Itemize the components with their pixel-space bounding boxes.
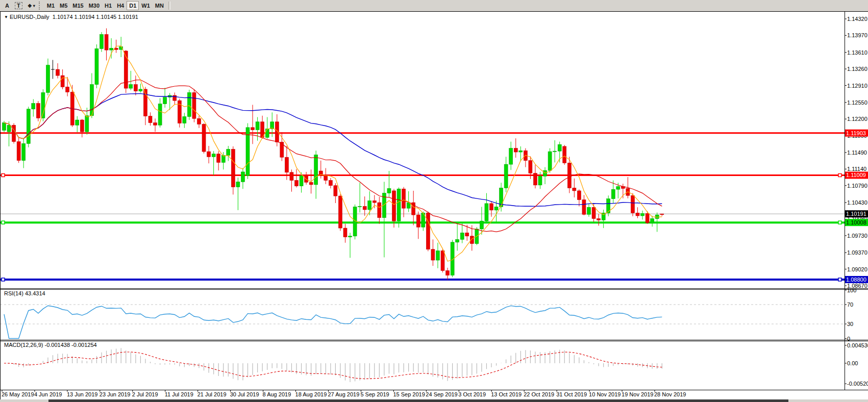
candle: [110, 48, 113, 50]
toolbar-grip[interactable]: [39, 2, 42, 10]
current-price-badge-text: 1.10191: [846, 211, 866, 217]
date-axis-label: 30 Jul 2019: [230, 391, 259, 397]
candle: [85, 116, 89, 132]
timeframe-button-m15[interactable]: M15: [70, 1, 86, 10]
candle: [611, 189, 615, 199]
chart-menu-icon[interactable]: ▼: [4, 15, 8, 19]
candle: [465, 233, 469, 236]
timeframe-button-h1[interactable]: H1: [102, 1, 114, 10]
candle: [485, 204, 488, 221]
price-axis-label: 1.09730: [847, 233, 867, 239]
timeframe-button-m1[interactable]: M1: [44, 1, 57, 10]
candle: [227, 149, 230, 155]
text-tool-button[interactable]: T: [12, 1, 25, 10]
timeframe-button-w1[interactable]: W1: [139, 1, 153, 10]
price-axis-label: 1.13610: [847, 49, 867, 56]
text-tool-icon: T: [15, 2, 22, 9]
candle: [646, 213, 649, 223]
candle: [519, 150, 523, 152]
timeframe-button-m30[interactable]: M30: [86, 1, 102, 10]
date-axis-label: 18 Aug 2019: [295, 391, 327, 397]
candle: [202, 124, 206, 152]
candle: [300, 175, 303, 186]
hline-handle-right-1.10008[interactable]: [838, 221, 841, 224]
timeframe-button-mn[interactable]: MN: [153, 1, 166, 10]
horizontal-scrollbar-thumb[interactable]: [48, 399, 788, 402]
date-axis-label: 3 Oct 2019: [458, 391, 486, 397]
candle: [236, 182, 240, 187]
shapes-tool-button[interactable]: ❖▾: [25, 1, 38, 10]
candle: [32, 104, 35, 109]
candle: [314, 155, 318, 185]
rsi-indicator-label: RSI(14) 43.4314: [4, 290, 45, 296]
candle: [597, 219, 601, 220]
candle: [285, 157, 288, 172]
hline-handle-left-1.08800[interactable]: [2, 278, 5, 281]
chevron-down-icon: ▾: [33, 4, 35, 8]
shapes-icon: ❖: [28, 3, 32, 9]
price-axis-label: 1.09370: [847, 249, 867, 256]
candle: [66, 87, 69, 92]
candle: [343, 228, 347, 237]
pointer-tool-button[interactable]: A: [2, 1, 12, 10]
candle: [480, 221, 483, 229]
candle: [431, 249, 435, 260]
date-axis-label: 21 Jul 2019: [197, 391, 227, 397]
date-axis-label: 26 May 2019: [2, 391, 34, 397]
macd-axis-label: 0.00: [847, 360, 858, 366]
date-axis-label: 13 Oct 2019: [491, 391, 522, 397]
candle: [212, 154, 215, 157]
candle: [148, 116, 152, 123]
macd-axis-label: 0.004536: [847, 342, 868, 348]
candle: [436, 251, 439, 261]
candle: [76, 120, 79, 125]
price-axis-label: 1.12200: [847, 116, 867, 122]
chart-canvas: 1.143201.139701.136101.132601.129101.125…: [0, 11, 868, 402]
price-axis-label: 1.12550: [847, 99, 867, 106]
date-axis-label: 27 Aug 2019: [328, 391, 360, 397]
candle: [129, 85, 133, 88]
date-axis-label: 10 Nov 2019: [589, 391, 621, 397]
price-axis-label: 1.13970: [847, 32, 867, 38]
timeframe-button-h4[interactable]: H4: [114, 1, 127, 10]
candle: [349, 236, 352, 237]
hline-handle-left-1.10008[interactable]: [2, 221, 5, 224]
candle: [17, 142, 20, 161]
hline-handle-right-1.08800[interactable]: [838, 278, 841, 281]
candle: [41, 92, 45, 118]
candle: [241, 172, 244, 182]
candle: [660, 214, 664, 215]
candle: [529, 161, 532, 173]
candle: [324, 175, 328, 180]
date-axis-label: 2 Jul 2019: [132, 391, 158, 397]
chart-window: ▼ EURUSD-,Daily 1.10174 1.10194 1.10145 …: [0, 11, 868, 402]
candle: [509, 148, 513, 164]
timeframe-button-m5[interactable]: M5: [57, 1, 70, 10]
candle: [553, 151, 557, 152]
date-axis-label: 11 Jul 2019: [165, 391, 193, 397]
price-axis-label: 1.10430: [847, 199, 867, 206]
chart-title: ▼ EURUSD-,Daily 1.10174 1.10194 1.10145 …: [4, 14, 138, 20]
candle: [504, 164, 508, 188]
price-axis-label: 1.11140: [847, 166, 866, 172]
timeframe-button-d1[interactable]: D1: [127, 1, 139, 10]
hline-handle-right-1.11009[interactable]: [838, 173, 841, 177]
candle: [494, 207, 498, 210]
date-axis-label: 15 Sep 2019: [393, 391, 425, 397]
ohlc-values: 1.10174 1.10194 1.10145 1.10191: [53, 14, 138, 20]
candle: [154, 123, 157, 125]
candle: [587, 207, 591, 214]
candle: [256, 122, 259, 130]
date-axis-label: 28 Nov 2019: [654, 391, 686, 397]
price-axis-label: 1.13260: [847, 66, 867, 72]
candle: [80, 120, 84, 132]
rsi-axis-label: 30: [847, 321, 853, 327]
hline-handle-left-1.11009[interactable]: [2, 173, 5, 177]
candle: [95, 48, 98, 84]
candle: [309, 182, 313, 185]
candle: [548, 152, 552, 170]
candle: [290, 172, 293, 181]
candle: [397, 189, 401, 221]
candle: [368, 200, 371, 210]
candle: [573, 188, 576, 191]
